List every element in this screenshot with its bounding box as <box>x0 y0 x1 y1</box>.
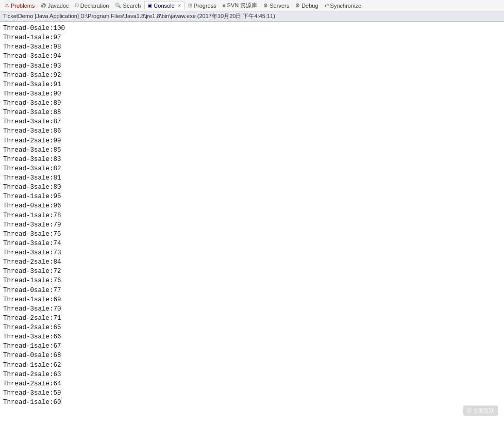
console-line: Thread-3sale:75 <box>3 230 501 239</box>
tab-javadoc[interactable]: @Javadoc <box>38 2 71 9</box>
tab-servers[interactable]: ⚙Servers <box>261 2 292 9</box>
console-line: Thread-3sale:66 <box>3 332 501 342</box>
toolbar-panel: ⚠Problems@JavadocDDeclaration🔍Search▣Con… <box>0 0 504 11</box>
console-line: Thread-1sale:60 <box>3 398 501 407</box>
console-line: Thread-2sale:64 <box>3 379 501 388</box>
tab-svn[interactable]: ≡SVN 资源库 <box>220 1 260 10</box>
console-line: Thread-3sale:73 <box>3 248 501 257</box>
tab-label-search: Search <box>123 3 141 9</box>
console-line: Thread-3sale:70 <box>3 304 501 314</box>
console-line: Thread-0sale:96 <box>3 201 501 210</box>
console-line: Thread-3sale:82 <box>3 164 501 173</box>
console-line: Thread-2sale:84 <box>3 257 501 267</box>
tab-problems[interactable]: ⚠Problems <box>2 2 37 9</box>
console-line: Thread-0sale:100 <box>3 24 501 33</box>
progress-icon: ⊡ <box>188 3 192 8</box>
console-line: Thread-3sale:93 <box>3 61 501 71</box>
declaration-icon: D <box>75 3 79 8</box>
console-line: Thread-3sale:79 <box>3 220 501 230</box>
console-line: Thread-3sale:80 <box>3 183 501 192</box>
app-title-text: TicketDemo [Java Application] D:\Program… <box>3 12 275 20</box>
console-line: Thread-3sale:98 <box>3 42 501 52</box>
tab-label-problems: Problems <box>11 3 35 9</box>
tab-label-servers: Servers <box>270 3 289 9</box>
console-line: Thread-3sale:94 <box>3 52 501 61</box>
console-line: Thread-3sale:90 <box>3 89 501 99</box>
search-icon: 🔍 <box>115 3 121 8</box>
tab-synchronize[interactable]: ⇄Synchronize <box>322 2 364 9</box>
console-line: Thread-3sale:83 <box>3 155 501 164</box>
debug-icon: ⚙ <box>295 3 300 8</box>
tab-label-console: Console <box>154 3 174 9</box>
console-line: Thread-0sale:68 <box>3 351 501 360</box>
app-title-bar: TicketDemo [Java Application] D:\Program… <box>0 11 504 22</box>
console-line: Thread-3sale:86 <box>3 126 501 136</box>
console-line: Thread-2sale:71 <box>3 314 501 323</box>
console-line: Thread-3sale:92 <box>3 71 501 80</box>
console-line: Thread-3sale:74 <box>3 239 501 248</box>
tab-search[interactable]: 🔍Search <box>112 2 143 9</box>
tab-progress[interactable]: ⊡Progress <box>186 2 219 9</box>
console-output[interactable]: Thread-0sale:100Thread-1sale:97Thread-3s… <box>0 22 504 422</box>
tab-label-progress: Progress <box>194 3 216 9</box>
console-line: Thread-3sale:87 <box>3 117 501 126</box>
console-line: Thread-1sale:62 <box>3 361 501 370</box>
console-line: Thread-3sale:85 <box>3 145 501 155</box>
tab-console[interactable]: ▣Console✕ <box>144 2 184 10</box>
console-line: Thread-3sale:91 <box>3 80 501 89</box>
problems-icon: ⚠ <box>5 3 9 8</box>
sync-icon: ⇄ <box>325 3 329 8</box>
console-line: Thread-3sale:81 <box>3 173 501 183</box>
console-line: Thread-1sale:67 <box>3 342 501 351</box>
tab-debug[interactable]: ⚙Debug <box>293 2 321 9</box>
console-line: Thread-3sale:72 <box>3 267 501 276</box>
tab-label-svn: SVN 资源库 <box>227 2 258 9</box>
console-line: Thread-1sale:76 <box>3 276 501 285</box>
tab-close-btn[interactable]: ✕ <box>177 3 181 8</box>
svn-icon: ≡ <box>223 3 226 8</box>
console-line: Thread-1sale:97 <box>3 33 501 42</box>
tab-label-synchronize: Synchronize <box>330 3 362 9</box>
tab-label-debug: Debug <box>301 3 318 9</box>
console-line: Thread-2sale:99 <box>3 136 501 145</box>
servers-icon: ⚙ <box>263 3 268 8</box>
console-line: Thread-3sale:89 <box>3 99 501 108</box>
console-line: Thread-2sale:63 <box>3 370 501 379</box>
console-line: Thread-3sale:59 <box>3 388 501 398</box>
tab-label-declaration: Declaration <box>80 3 109 9</box>
console-line: Thread-3sale:88 <box>3 108 501 117</box>
console-line: Thread-0sale:77 <box>3 286 501 295</box>
tab-label-javadoc: Javadoc <box>48 3 69 9</box>
console-icon: ▣ <box>147 3 152 8</box>
console-line: Thread-1sale:95 <box>3 192 501 201</box>
javadoc-icon: @ <box>41 3 46 8</box>
console-line: Thread-1sale:69 <box>3 295 501 304</box>
console-line: Thread-1sale:78 <box>3 211 501 220</box>
console-line: Thread-2sale:65 <box>3 323 501 332</box>
tab-declaration[interactable]: DDeclaration <box>73 2 112 9</box>
